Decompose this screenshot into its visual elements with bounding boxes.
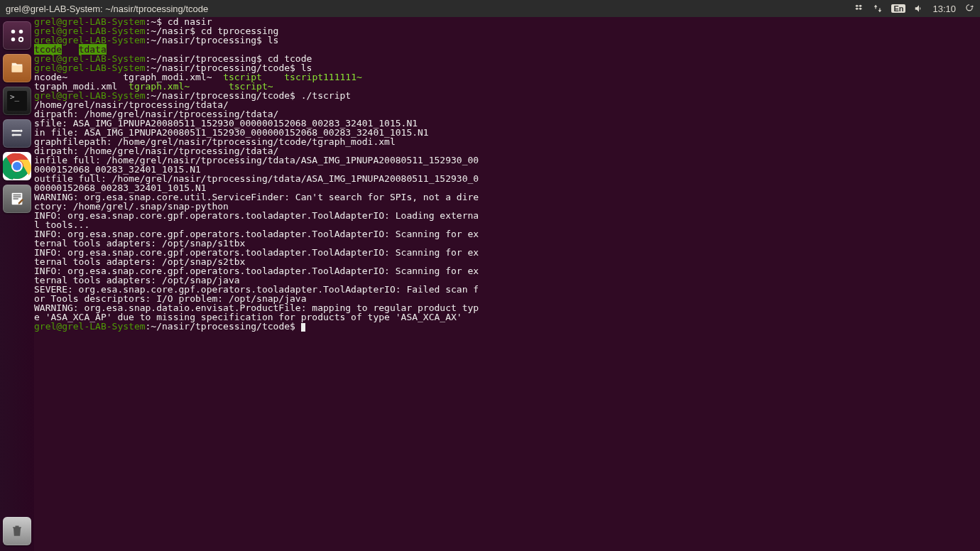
dash-icon[interactable] <box>3 21 31 50</box>
power-icon[interactable] <box>964 4 974 13</box>
system-settings-icon[interactable] <box>3 119 31 148</box>
svg-point-6 <box>12 133 14 136</box>
svg-point-2 <box>19 30 23 34</box>
svg-point-5 <box>20 130 22 132</box>
terminal-output[interactable]: grel@grel-LAB-System:~$ cd nasir grel@gr… <box>34 17 977 332</box>
files-icon[interactable] <box>3 54 31 82</box>
sound-icon[interactable] <box>914 4 924 13</box>
svg-point-1 <box>11 38 16 42</box>
clock[interactable]: 13:10 <box>932 4 956 14</box>
menubar: grel@grel-LAB-System: ~/nasir/tprocessin… <box>0 0 980 17</box>
trash-icon[interactable] <box>3 517 31 545</box>
svg-point-9 <box>13 162 21 170</box>
unity-launcher <box>0 17 34 551</box>
keyboard-language-indicator[interactable]: En <box>891 4 905 13</box>
terminal-icon[interactable] <box>3 87 31 115</box>
svg-rect-4 <box>12 65 23 72</box>
terminal-window[interactable]: grel@grel-LAB-System:~$ cd nasir grel@gr… <box>34 17 980 551</box>
chrome-icon[interactable] <box>3 152 31 180</box>
system-tray: En 13:10 <box>854 4 974 14</box>
svg-point-3 <box>19 38 23 42</box>
svg-point-0 <box>11 30 16 34</box>
window-title: grel@grel-LAB-System: ~/nasir/tprocessin… <box>6 4 208 14</box>
dropbox-icon[interactable] <box>854 4 864 13</box>
network-icon[interactable] <box>873 4 883 13</box>
text-editor-icon[interactable] <box>3 185 31 213</box>
